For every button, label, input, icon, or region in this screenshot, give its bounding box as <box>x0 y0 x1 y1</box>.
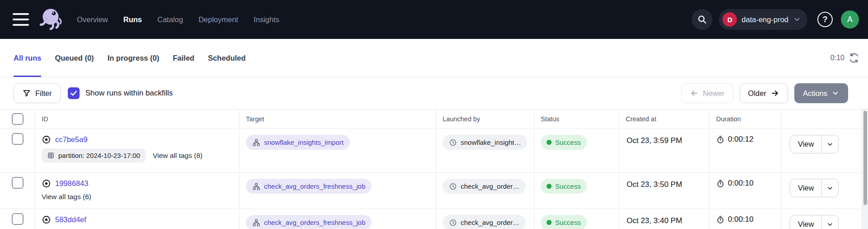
row-checkbox[interactable] <box>12 177 24 189</box>
table-header-row: ID Target Launched by Status Created at … <box>0 110 862 129</box>
success-dot-icon <box>547 140 552 145</box>
run-id-link[interactable]: cc7be5a9 <box>55 135 88 144</box>
nav-item-overview[interactable]: Overview <box>77 15 108 24</box>
funnel-icon <box>22 89 31 98</box>
hamburger-menu-icon[interactable] <box>13 13 29 26</box>
nav-item-catalog[interactable]: Catalog <box>157 15 183 24</box>
actions-button-label: Actions <box>803 89 827 98</box>
vertical-scrollbar[interactable] <box>862 110 868 229</box>
view-button[interactable]: View <box>790 135 822 153</box>
newer-button[interactable]: Newer <box>681 83 733 103</box>
avatar[interactable]: A <box>841 10 859 29</box>
view-all-tags-link[interactable]: View all tags (6) <box>42 193 91 200</box>
runs-table: ID Target Launched by Status Created at … <box>0 110 868 229</box>
deployment-badge: D <box>722 12 737 27</box>
launched-by-pill[interactable]: check_avg_order… <box>443 179 526 194</box>
filter-button-label: Filter <box>35 89 52 98</box>
view-all-tags-link[interactable]: View all tags (8) <box>153 152 203 160</box>
launched-by-pill[interactable]: snowflake_insight… <box>443 135 527 150</box>
partition-tag[interactable]: partition: 2024-10-23-17:00 <box>42 148 146 162</box>
launched-by-label: snowflake_insight… <box>461 138 521 146</box>
tab-failed[interactable]: Failed <box>173 39 194 77</box>
status-badge: Success <box>541 215 587 229</box>
partition-tag-label: partition: 2024-10-23-17:00 <box>58 152 140 159</box>
run-status-circle-icon <box>42 135 51 144</box>
tab-in-progress[interactable]: In progress (0) <box>108 39 160 77</box>
table-row: 19986843 View all tags (6) check_avg_ord… <box>0 173 862 209</box>
clock-icon <box>449 138 457 147</box>
stopwatch-icon <box>716 215 725 224</box>
column-header-duration: Duration <box>710 110 781 129</box>
refresh-countdown: 0:10 <box>830 54 844 62</box>
duration-value: 0:00:10 <box>728 215 754 224</box>
nav-item-deployment[interactable]: Deployment <box>198 15 238 24</box>
created-at-value: Oct 23, 3:59 PM <box>627 135 682 145</box>
duration-value: 0:00:10 <box>728 179 754 188</box>
tab-all-runs[interactable]: All runs <box>14 39 41 77</box>
target-job-label: snowflake_insights_import <box>264 138 344 146</box>
nav-item-insights[interactable]: Insights <box>254 15 279 24</box>
success-dot-icon <box>547 220 552 225</box>
view-button[interactable]: View <box>790 215 822 229</box>
grid-icon <box>47 152 55 159</box>
arrow-left-icon <box>690 89 699 98</box>
newer-button-label: Newer <box>703 89 725 98</box>
table-row: cc7be5a9 partition: 2024-10-23-17:00 Vie… <box>0 129 862 173</box>
search-icon <box>697 14 708 25</box>
runs-tabs-bar: All runs Queued (0) In progress (0) Fail… <box>0 39 868 77</box>
status-label: Success <box>555 138 581 146</box>
target-job-pill[interactable]: check_avg_orders_freshness_job <box>246 215 372 229</box>
target-job-pill[interactable]: snowflake_insights_import <box>246 135 350 150</box>
run-status-circle-icon <box>42 179 51 188</box>
view-menu-chevron-icon[interactable] <box>822 135 838 153</box>
table-row: 583dd4ef check_avg_orders_freshness_job … <box>0 209 862 229</box>
chevron-down-icon <box>831 89 840 97</box>
launched-by-pill[interactable]: check_avg_order… <box>443 215 526 229</box>
target-job-label: check_avg_orders_freshness_job <box>264 182 365 190</box>
target-job-pill[interactable]: check_avg_orders_freshness_job <box>246 179 372 194</box>
tab-scheduled[interactable]: Scheduled <box>208 39 245 77</box>
older-button[interactable]: Older <box>740 83 788 103</box>
view-button[interactable]: View <box>790 179 822 197</box>
row-checkbox[interactable] <box>12 213 24 225</box>
actions-button[interactable]: Actions <box>794 83 848 103</box>
row-checkbox[interactable] <box>12 133 24 145</box>
show-backfills-toggle[interactable]: Show runs within backfills <box>68 87 173 99</box>
run-id-link[interactable]: 19986843 <box>55 179 88 188</box>
launched-by-label: check_avg_order… <box>461 182 519 190</box>
deployment-switcher[interactable]: D data-eng-prod <box>719 9 807 30</box>
job-graph-icon <box>252 138 260 147</box>
column-header-created-at: Created at <box>619 110 710 129</box>
launched-by-label: check_avg_order… <box>461 219 519 226</box>
help-icon[interactable]: ? <box>817 12 833 27</box>
dagster-logo-icon[interactable] <box>40 7 62 32</box>
chevron-down-icon <box>793 15 801 24</box>
run-id-link[interactable]: 583dd4ef <box>55 215 86 224</box>
column-header-status: Status <box>534 110 619 129</box>
tab-queued[interactable]: Queued (0) <box>55 39 94 77</box>
status-badge: Success <box>541 179 587 194</box>
column-header-actions <box>781 110 862 129</box>
filter-button[interactable]: Filter <box>14 83 61 103</box>
column-header-target: Target <box>240 110 436 129</box>
view-menu-chevron-icon[interactable] <box>822 215 838 229</box>
top-navigation-bar: Overview Runs Catalog Deployment Insight… <box>0 0 868 39</box>
search-button[interactable] <box>692 9 712 30</box>
backfills-checkbox[interactable] <box>68 87 80 99</box>
select-all-checkbox[interactable] <box>12 113 24 125</box>
status-label: Success <box>555 182 581 190</box>
job-graph-icon <box>252 219 260 227</box>
view-menu-chevron-icon[interactable] <box>822 179 838 197</box>
view-split-button: View <box>790 135 839 153</box>
nav-item-runs[interactable]: Runs <box>123 15 142 24</box>
arrow-right-icon <box>770 89 779 98</box>
filter-bar: Filter Show runs within backfills Newer … <box>0 77 868 110</box>
view-split-button: View <box>790 179 839 197</box>
older-button-label: Older <box>748 89 766 98</box>
created-at-value: Oct 23, 3:50 PM <box>627 179 682 189</box>
column-header-launched-by: Launched by <box>436 110 534 129</box>
scrollbar-thumb[interactable] <box>863 111 867 205</box>
clock-icon <box>449 219 457 227</box>
refresh-icon[interactable] <box>849 53 859 63</box>
primary-nav: Overview Runs Catalog Deployment Insight… <box>77 15 279 24</box>
